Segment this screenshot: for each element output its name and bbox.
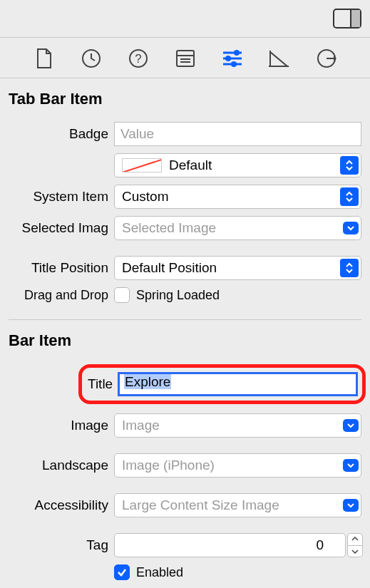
- chevron-down-icon: [343, 222, 359, 234]
- title-input-value: Explore: [124, 374, 171, 389]
- chevron-updown-icon: [340, 156, 359, 175]
- file-icon[interactable]: [34, 48, 55, 69]
- stepper-up-icon[interactable]: [347, 533, 363, 546]
- badge-input[interactable]: [114, 122, 361, 146]
- landscape-placeholder: Image (iPhone): [122, 458, 215, 473]
- enabled-label: Enabled: [136, 565, 183, 580]
- systemitem-combo[interactable]: Custom: [114, 185, 361, 209]
- springloaded-label: Spring Loaded: [136, 288, 220, 303]
- inspector-tabstrip: ?: [0, 38, 370, 78]
- titleposition-combo[interactable]: Default Position: [114, 256, 361, 280]
- systemitem-label: System Item: [0, 189, 114, 205]
- title-row-highlight: Title Explore: [78, 364, 366, 404]
- titleposition-value: Default Position: [122, 260, 217, 276]
- systemitem-value: Custom: [122, 189, 168, 205]
- accessibility-placeholder: Large Content Size Image: [122, 497, 279, 513]
- svg-point-12: [231, 61, 237, 67]
- chevron-updown-icon: [340, 259, 359, 277]
- image-placeholder: Image: [122, 418, 160, 433]
- badge-image-combo[interactable]: Default: [114, 153, 361, 177]
- tag-label: Tag: [0, 537, 114, 553]
- svg-point-8: [234, 50, 240, 56]
- chevron-down-icon: [343, 459, 359, 472]
- svg-text:?: ?: [135, 52, 141, 66]
- title-label: Title: [86, 376, 118, 392]
- svg-point-10: [225, 56, 231, 61]
- selectedimage-label: Selected Imag: [0, 220, 114, 236]
- badge-image-value: Default: [169, 158, 212, 173]
- empty-image-swatch-icon: [122, 158, 162, 172]
- image-combo[interactable]: Image: [114, 413, 361, 438]
- springloaded-checkbox[interactable]: [114, 287, 130, 303]
- help-icon[interactable]: ?: [128, 48, 149, 69]
- titleposition-label: Title Position: [0, 260, 114, 276]
- section-header-tabbaritem: Tab Bar Item: [0, 78, 370, 118]
- landscape-combo[interactable]: Image (iPhone): [114, 453, 361, 478]
- accessibility-label: Accessibility: [0, 497, 114, 513]
- landscape-label: Landscape: [0, 458, 114, 473]
- tag-value: 0: [316, 537, 324, 553]
- section-header-baritem: Bar Item: [0, 320, 370, 360]
- tag-stepper[interactable]: [347, 533, 363, 557]
- stepper-down-icon[interactable]: [347, 546, 363, 558]
- enabled-checkbox[interactable]: [114, 564, 130, 580]
- badge-label: Badge: [0, 126, 114, 142]
- image-label: Image: [0, 418, 114, 433]
- tag-input[interactable]: 0: [114, 533, 346, 557]
- chevron-down-icon: [343, 419, 359, 432]
- title-input[interactable]: Explore: [118, 372, 358, 396]
- chevron-down-icon: [343, 499, 359, 512]
- draganddrop-label: Drag and Drop: [0, 288, 114, 303]
- history-icon[interactable]: [81, 48, 102, 69]
- panel-layout-toggle[interactable]: [333, 9, 361, 29]
- size-icon[interactable]: [269, 48, 290, 69]
- attributes-icon[interactable]: [222, 48, 243, 69]
- chevron-updown-icon: [340, 187, 359, 206]
- selectedimage-placeholder: Selected Image: [122, 220, 216, 236]
- connections-icon[interactable]: [316, 48, 337, 69]
- accessibility-combo[interactable]: Large Content Size Image: [114, 493, 361, 517]
- identity-icon[interactable]: [175, 48, 196, 69]
- selectedimage-combo[interactable]: Selected Image: [114, 216, 361, 240]
